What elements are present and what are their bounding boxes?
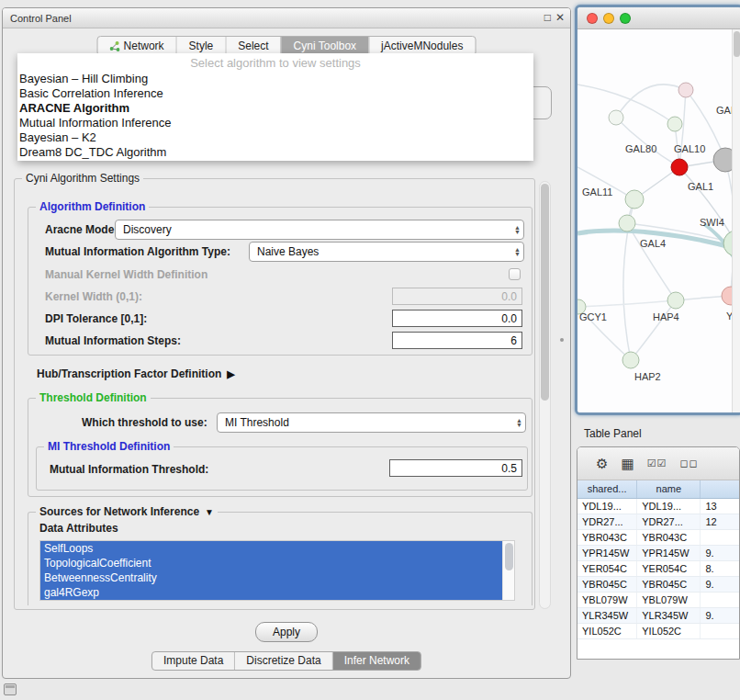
tab-select[interactable]: Select: [225, 37, 280, 55]
network-icon: [110, 41, 120, 51]
which-threshold-combobox[interactable]: MI Threshold ▲▼: [217, 412, 526, 433]
tab-cyni-toolbox[interactable]: Cyni Toolbox: [281, 37, 368, 55]
tab-select-label: Select: [238, 37, 268, 55]
dpi-tolerance-input[interactable]: 0.0: [392, 310, 522, 327]
minimize-traffic-light[interactable]: [603, 13, 614, 24]
hub-definition-toggle[interactable]: Hub/Transcription Factor Definition▶: [37, 367, 235, 380]
network-node[interactable]: [671, 159, 688, 175]
close-traffic-light[interactable]: [587, 13, 598, 24]
column-header[interactable]: [701, 480, 739, 498]
tab-network[interactable]: Network: [98, 37, 176, 55]
table-body: YDL19...YDL19...13YDR27...YDR27...12YBR0…: [577, 499, 739, 639]
table-cell: YIL052C: [637, 624, 701, 638]
network-scrollbar[interactable]: [732, 29, 740, 412]
mi-threshold-definition-title: MI Threshold Definition: [44, 440, 174, 453]
tab-discretize-data[interactable]: Discretize Data: [234, 652, 331, 670]
network-window-titlebar[interactable]: [577, 7, 740, 29]
network-node-label: GAL11: [582, 186, 612, 198]
table-row[interactable]: YBR045CYBR045C9.: [577, 577, 739, 593]
column-header[interactable]: shared...: [577, 480, 637, 498]
table-row[interactable]: YLR345WYLR345W9.: [577, 608, 739, 624]
tab-style[interactable]: Style: [176, 37, 226, 55]
network-node[interactable]: [609, 110, 623, 125]
algorithm-option[interactable]: Bayesian – K2: [17, 130, 533, 145]
algorithm-definition-title: Algorithm Definition: [36, 200, 149, 213]
table-cell: YIL052C: [577, 624, 637, 638]
network-node[interactable]: [667, 117, 682, 131]
network-node[interactable]: [622, 352, 639, 368]
manual-kernel-width-checkbox[interactable]: [509, 268, 521, 280]
table-row[interactable]: YDR27...YDR27...12: [577, 514, 739, 530]
settings-scrollbar[interactable]: [539, 181, 551, 609]
table-cell: YER054C: [637, 561, 701, 576]
control-panel-titlebar: Control Panel □ ✕: [3, 8, 570, 28]
algorithm-option[interactable]: Mutual Information Inference: [17, 116, 533, 130]
zoom-traffic-light[interactable]: [620, 13, 631, 24]
tab-jactivemnodules[interactable]: jActiveMNodules: [368, 37, 475, 55]
attribute-item[interactable]: SelfLoops: [40, 541, 502, 556]
column-header[interactable]: name: [637, 480, 701, 498]
tab-jactivemnodules-label: jActiveMNodules: [381, 37, 463, 55]
deselect-all-icon[interactable]: ◻◻: [679, 457, 698, 470]
sources-title-label: Sources for Network Inference: [39, 505, 199, 518]
table-cell: [701, 530, 739, 545]
mi-algorithm-type-label: Mutual Information Algorithm Type:: [45, 245, 230, 258]
collapsed-arrow-icon: ▶: [227, 368, 234, 379]
columns-icon[interactable]: ▦: [621, 457, 633, 470]
algorithm-option[interactable]: Dream8 DC_TDC Algorithm: [17, 145, 533, 160]
table-cell: [701, 624, 739, 638]
sources-group-title[interactable]: Sources for Network Inference▼: [36, 505, 218, 519]
attribute-item[interactable]: TopologicalCoefficient: [40, 556, 502, 570]
mi-algorithm-type-combobox[interactable]: Naive Bayes ▲▼: [249, 242, 524, 262]
float-window-icon[interactable]: □: [544, 11, 551, 24]
network-canvas[interactable]: GALGAL80GAL10GAL11GAL1SWI4GAL4GCY1HAP4HA…: [577, 29, 732, 412]
attribute-item[interactable]: BetweennessCentrality: [40, 570, 502, 585]
attributes-scrollbar[interactable]: [502, 541, 514, 600]
network-node[interactable]: [619, 215, 635, 231]
tab-infer-network[interactable]: Infer Network: [332, 652, 420, 670]
close-window-icon[interactable]: ✕: [555, 11, 565, 24]
table-toolbar: ⚙ ▦ ☑☑ ◻◻: [577, 447, 739, 480]
algorithm-option[interactable]: Basic Correlation Inference: [17, 86, 533, 101]
table-cell: YBR045C: [637, 577, 701, 592]
algorithm-option[interactable]: Bayesian – Hill Climbing: [17, 72, 533, 86]
sources-group: Sources for Network Inference▼ Data Attr…: [28, 512, 533, 605]
table-cell: YER054C: [577, 561, 637, 576]
attribute-item[interactable]: gal4RGexp: [40, 585, 502, 600]
restore-panel-icon[interactable]: [4, 683, 17, 695]
mi-steps-input[interactable]: 6: [392, 332, 522, 349]
apply-button[interactable]: Apply: [255, 622, 318, 642]
gear-icon[interactable]: ⚙: [596, 457, 608, 470]
mi-threshold-input[interactable]: 0.5: [389, 459, 522, 477]
table-row[interactable]: YDL19...YDL19...13: [577, 499, 739, 514]
network-node[interactable]: [625, 190, 644, 209]
tab-impute-data[interactable]: Impute Data: [152, 652, 234, 670]
network-node[interactable]: [678, 83, 693, 97]
data-attributes-label: Data Attributes: [39, 522, 118, 535]
table-row[interactable]: YBR043CYBR043C: [577, 530, 739, 546]
algorithm-option[interactable]: ARACNE Algorithm: [17, 101, 533, 116]
scrollbar-thumb[interactable]: [734, 31, 740, 57]
mi-threshold-definition-group: MI Threshold Definition Mutual Informati…: [36, 446, 528, 491]
network-node-label: GCY1: [579, 311, 607, 322]
table-row[interactable]: YER054CYER054C8.: [577, 561, 739, 577]
tab-style-label: Style: [189, 37, 214, 55]
table-cell: YDL19...: [637, 499, 701, 514]
scrollbar-thumb[interactable]: [541, 184, 549, 401]
data-attributes-list: SelfLoopsTopologicalCoefficientBetweenne…: [39, 540, 515, 601]
aracne-mode-combobox[interactable]: Discovery ▲▼: [115, 220, 524, 240]
table-row[interactable]: YBL079WYBL079W: [577, 593, 739, 608]
table-row[interactable]: YIL052CYIL052C: [577, 624, 739, 639]
network-node[interactable]: [667, 292, 684, 309]
panel-splitter-handle[interactable]: [560, 338, 564, 342]
hub-definition-label: Hub/Transcription Factor Definition: [37, 367, 221, 380]
table-cell: 9.: [701, 608, 739, 623]
cyni-algorithm-settings-group: Cyni Algorithm Settings Algorithm Defini…: [14, 178, 535, 610]
expanded-arrow-icon: ▼: [205, 507, 214, 517]
table-cell: YLR345W: [577, 608, 637, 623]
kernel-width-input[interactable]: 0.0: [392, 288, 522, 305]
scrollbar-thumb[interactable]: [505, 543, 513, 570]
select-all-icon[interactable]: ☑☑: [647, 457, 667, 470]
table-cell: YBR043C: [577, 530, 637, 545]
table-row[interactable]: YPR145WYPR145W9.: [577, 546, 739, 561]
